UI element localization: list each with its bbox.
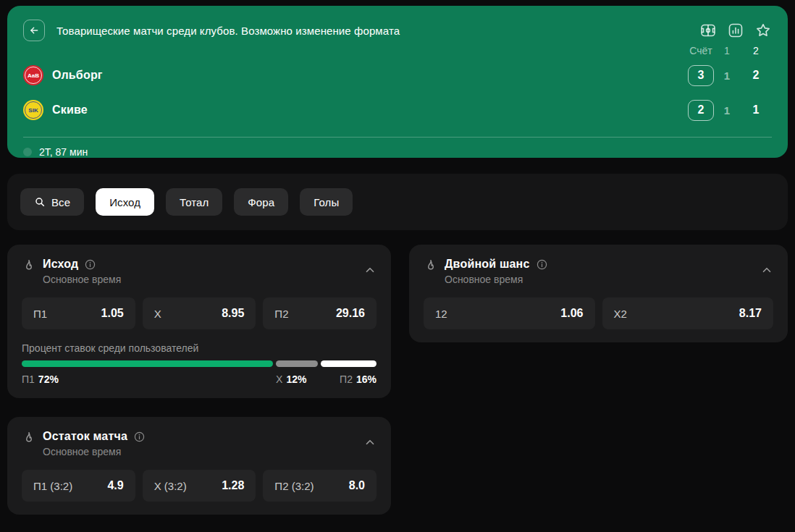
market-header: Остаток матча Основное время bbox=[22, 430, 377, 457]
half2-column-label: 2 bbox=[740, 45, 772, 56]
odd-value: 1.05 bbox=[101, 307, 124, 320]
tab-fora[interactable]: Фора bbox=[234, 188, 288, 216]
odd-button-x-32[interactable]: X (3:2) 1.28 bbox=[143, 470, 256, 502]
team-row-away: SIK Скиве 2 1 1 bbox=[23, 93, 772, 127]
away-logo-monogram: SIK bbox=[28, 107, 38, 114]
chevron-up-icon[interactable] bbox=[363, 263, 377, 276]
star-icon[interactable] bbox=[754, 22, 772, 39]
search-icon bbox=[34, 196, 46, 208]
percent-label: П1 bbox=[22, 373, 35, 385]
odd-button-p2[interactable]: П2 29.16 bbox=[263, 297, 377, 329]
percent-value: 16% bbox=[356, 373, 377, 385]
flame-icon bbox=[22, 258, 36, 273]
market-header: Исход Основное время bbox=[22, 258, 377, 285]
percent-x: X12% bbox=[276, 373, 318, 385]
market-header: Двойной шанс Основное время bbox=[424, 258, 773, 285]
market-card-rest-of-match: Остаток матча Основное время П1 (3:2) 4.… bbox=[7, 417, 391, 515]
odds-row: 12 1.06 X2 8.17 bbox=[424, 297, 773, 329]
away-team-name: Скиве bbox=[52, 104, 688, 117]
match-time-status: 2Т, 87 мин bbox=[39, 146, 88, 158]
odd-value: 29.16 bbox=[336, 307, 365, 320]
market-subtitle: Основное время bbox=[43, 446, 363, 457]
tournament-title: Товарищеские матчи среди клубов. Возможн… bbox=[56, 25, 688, 37]
market-subtitle: Основное время bbox=[43, 274, 363, 285]
market-card-double-chance: Двойной шанс Основное время 12 1.06 X2 bbox=[409, 245, 788, 342]
home-team-logo: AaB bbox=[23, 65, 43, 85]
score-table-header: Счёт 1 2 bbox=[23, 43, 772, 58]
info-icon[interactable] bbox=[536, 258, 548, 271]
back-button[interactable] bbox=[23, 20, 45, 41]
tab-all[interactable]: Все bbox=[20, 188, 84, 216]
percent-label: X bbox=[276, 373, 282, 385]
live-indicator-icon bbox=[23, 148, 32, 156]
markets-right-column: Двойной шанс Основное время 12 1.06 X2 bbox=[409, 245, 788, 342]
markets-left-column: Исход Основное время П1 1.05 X 8.95 bbox=[7, 245, 391, 515]
bets-percent-bar bbox=[22, 360, 377, 367]
home-logo-monogram: AaB bbox=[28, 72, 39, 79]
chevron-up-icon[interactable] bbox=[760, 263, 773, 276]
percent-p2: П216% bbox=[321, 373, 377, 385]
odd-value: 8.95 bbox=[222, 307, 244, 320]
market-title: Двойной шанс bbox=[445, 258, 530, 271]
bar-chart-icon[interactable] bbox=[727, 22, 744, 39]
odd-value: 4.9 bbox=[107, 479, 123, 492]
tab-ishod[interactable]: Исход bbox=[96, 188, 154, 216]
tab-total-label: Тотал bbox=[180, 196, 209, 208]
header-actions bbox=[699, 22, 772, 39]
odd-button-x2[interactable]: X2 8.17 bbox=[602, 297, 774, 329]
team-row-home: AaB Ольборг 3 1 2 bbox=[23, 59, 772, 93]
tab-goals[interactable]: Голы bbox=[300, 188, 353, 216]
home-half2-score: 2 bbox=[740, 69, 772, 82]
bar-segment-x bbox=[276, 360, 318, 367]
odd-button-x[interactable]: X 8.95 bbox=[143, 297, 256, 329]
market-title: Остаток матча bbox=[43, 430, 127, 443]
odd-label: П1 bbox=[33, 308, 47, 320]
bets-percent-labels: П172% X12% П216% bbox=[22, 373, 377, 385]
odd-value: 1.28 bbox=[222, 479, 244, 492]
market-filter-bar: Все Исход Тотал Фора Голы bbox=[7, 174, 788, 230]
chevron-up-icon[interactable] bbox=[363, 436, 377, 449]
odd-label: 12 bbox=[435, 308, 447, 320]
odd-button-p1-32[interactable]: П1 (3:2) 4.9 bbox=[22, 470, 135, 502]
arrow-left-icon bbox=[28, 25, 40, 36]
home-score-box: 3 bbox=[688, 65, 714, 86]
tab-total[interactable]: Тотал bbox=[166, 188, 222, 216]
match-header-top: Товарищеские матчи среди клубов. Возможн… bbox=[23, 6, 772, 42]
flame-icon bbox=[424, 258, 438, 273]
odd-label: П1 (3:2) bbox=[33, 480, 72, 492]
away-score-box: 2 bbox=[688, 100, 714, 121]
percent-label: П2 bbox=[340, 373, 353, 385]
bar-segment-p1 bbox=[22, 360, 273, 367]
tab-fora-label: Фора bbox=[248, 196, 274, 208]
away-half1-score: 1 bbox=[714, 104, 740, 117]
odd-label: X bbox=[154, 308, 161, 320]
bar-segment-p2 bbox=[321, 360, 377, 367]
markets-grid: Исход Основное время П1 1.05 X 8.95 bbox=[7, 245, 788, 515]
info-icon[interactable] bbox=[133, 431, 146, 443]
tab-all-label: Все bbox=[51, 196, 70, 208]
away-team-logo: SIK bbox=[23, 100, 43, 120]
odd-label: П2 bbox=[274, 308, 288, 320]
market-title: Исход bbox=[43, 258, 78, 271]
odd-button-p1[interactable]: П1 1.05 bbox=[22, 297, 135, 329]
odd-button-12[interactable]: 12 1.06 bbox=[424, 297, 595, 329]
odd-value: 1.06 bbox=[560, 307, 583, 320]
home-half1-score: 1 bbox=[714, 69, 740, 82]
match-status-row: 2Т, 87 мин bbox=[23, 146, 772, 158]
odds-row: П1 (3:2) 4.9 X (3:2) 1.28 П2 (3:2) 8.0 bbox=[22, 470, 377, 502]
bets-percent-caption: Процент ставок среди пользователей bbox=[22, 342, 377, 354]
tab-goals-label: Голы bbox=[314, 196, 339, 208]
score-column-label: Счёт bbox=[688, 45, 714, 56]
market-subtitle: Основное время bbox=[445, 274, 760, 285]
betting-page: Товарищеские матчи среди клубов. Возможн… bbox=[0, 0, 795, 515]
match-header-card: Товарищеские матчи среди клубов. Возможн… bbox=[7, 6, 788, 158]
odd-label: X (3:2) bbox=[154, 480, 187, 492]
football-pitch-icon[interactable] bbox=[699, 22, 717, 39]
odd-label: X2 bbox=[614, 308, 627, 320]
percent-p1: П172% bbox=[22, 373, 273, 385]
tab-ishod-label: Исход bbox=[109, 196, 140, 208]
info-icon[interactable] bbox=[84, 258, 96, 271]
flame-icon bbox=[22, 431, 36, 445]
odd-button-p2-32[interactable]: П2 (3:2) 8.0 bbox=[263, 470, 377, 502]
odd-value: 8.17 bbox=[739, 307, 762, 320]
